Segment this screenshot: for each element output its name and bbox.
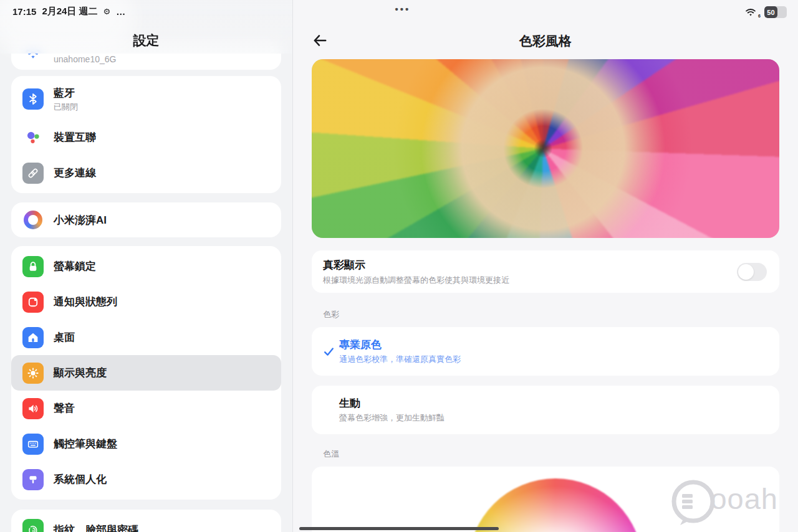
option-subtitle: 通過色彩校準，準確還原真實色彩 (339, 354, 767, 365)
check-icon (323, 346, 339, 358)
status-bar-left: 17:15 2月24日 週二 ⚙ … (12, 6, 126, 17)
true-tone-row: 真彩顯示 根據環境光源自動調整螢幕的色彩使其與環境更接近 (312, 250, 779, 293)
sidebar-item-label: 小米澎湃AI (54, 213, 107, 227)
sidebar-item-label: 藍牙 (54, 86, 78, 100)
sidebar-item-display-brightness[interactable]: 顯示與亮度 (11, 355, 281, 391)
wifi-status-icon (744, 7, 757, 17)
section-label-temperature: 色溫 (323, 449, 779, 460)
battery-indicator: 50 (764, 6, 787, 18)
color-option-professional[interactable]: 專業原色 通過色彩校準，準確還原真實色彩 (312, 327, 779, 376)
detail-header: 色彩風格 (293, 0, 798, 59)
sidebar-scroll-area[interactable]: unahome10_6G 藍牙 已關閉 (0, 0, 292, 532)
date-label: 2月24日 週二 (42, 6, 97, 17)
sidebar-item-label: 聲音 (54, 401, 75, 416)
sidebar-item-label: 更多連線 (54, 166, 96, 180)
settings-split-screen: unahome10_6G 藍牙 已關閉 (0, 0, 798, 532)
speaker-icon (22, 398, 44, 419)
sidebar-item-label: 觸控筆與鍵盤 (54, 437, 117, 451)
wifi-ssid-label: unahome10_6G (54, 54, 116, 66)
status-bar-right: 6 50 (744, 6, 787, 18)
sidebar-item-sound[interactable]: 聲音 (11, 391, 281, 426)
ai-card: 小米澎湃AI (11, 202, 281, 237)
home-icon (22, 327, 44, 348)
watermark: ooah (665, 477, 778, 530)
bluetooth-icon (22, 88, 44, 110)
true-tone-toggle[interactable] (737, 263, 767, 281)
sidebar-item-more-connections[interactable]: 更多連線 (11, 155, 281, 191)
true-tone-title: 真彩顯示 (323, 258, 737, 272)
interconnect-icon (22, 127, 44, 148)
option-title: 生動 (339, 396, 767, 411)
sidebar-item-lock-screen[interactable]: 螢幕鎖定 (11, 249, 281, 284)
true-tone-subtitle: 根據環境光源自動調整螢幕的色彩使其與環境更接近 (323, 275, 737, 286)
sidebar-item-label: 桌面 (54, 330, 75, 344)
lock-icon (22, 256, 44, 277)
sidebar-item-fingerprint-face-password[interactable]: 指紋、臉部與密碼 (11, 510, 281, 532)
page-title: 設定 (0, 32, 292, 49)
ai-swirl-icon (22, 209, 44, 230)
option-title: 專業原色 (339, 338, 767, 352)
sidebar-item-status: 已關閉 (54, 102, 78, 113)
color-pencils-hero-image (312, 59, 779, 238)
toggle-knob (738, 264, 754, 280)
sidebar-item-label: 螢幕鎖定 (54, 259, 96, 273)
color-option-vivid[interactable]: 生動 螢幕色彩增強，更加生動鮮豔 (312, 386, 779, 434)
sidebar-item-label: 系統個人化 (54, 472, 107, 487)
link-icon (22, 163, 44, 184)
sidebar-item-stylus-keyboard[interactable]: 觸控筆與鍵盤 (11, 426, 281, 462)
gear-icon: ⚙ (103, 7, 111, 16)
sidebar-item-label: 指紋、臉部與密碼 (54, 523, 138, 532)
connectivity-card: 藍牙 已關閉 裝置互聯 (11, 76, 281, 193)
color-style-panel: ••• 6 50 色彩風格 (293, 0, 798, 532)
brightness-icon (22, 363, 44, 384)
section-label-color: 色彩 (323, 309, 779, 320)
sidebar-item-interconnect[interactable]: 裝置互聯 (11, 120, 281, 155)
window-handle-icon[interactable]: ••• (385, 4, 420, 14)
keyboard-icon (22, 434, 44, 455)
sidebar-item-home-screen[interactable]: 桌面 (11, 320, 281, 355)
sidebar-item-bluetooth[interactable]: 藍牙 已關閉 (11, 78, 281, 120)
sidebar-item-hyperai[interactable]: 小米澎湃AI (11, 202, 281, 237)
fingerprint-icon (22, 519, 44, 532)
security-card: 指紋、臉部與密碼 (11, 510, 281, 532)
battery-percent: 50 (764, 6, 777, 18)
notification-icon (22, 292, 44, 313)
sidebar-item-label: 顯示與亮度 (54, 366, 107, 380)
sidebar-item-label: 通知與狀態列 (54, 295, 117, 309)
option-subtitle: 螢幕色彩增強，更加生動鮮豔 (339, 412, 767, 424)
color-temperature-wheel[interactable] (468, 478, 643, 532)
sidebar-item-notifications[interactable]: 通知與狀態列 (11, 284, 281, 320)
sidebar-item-label: 裝置互聯 (54, 130, 96, 145)
pencil-vignette (312, 59, 779, 238)
color-temperature-card: ooah (312, 467, 779, 532)
watermark-text: ooah (710, 482, 778, 516)
detail-title: 色彩風格 (293, 32, 798, 50)
home-gesture-bar[interactable] (299, 527, 499, 530)
overflow-dots-icon: … (116, 6, 126, 17)
clock: 17:15 (12, 6, 36, 17)
settings-sidebar: unahome10_6G 藍牙 已關閉 (0, 0, 293, 532)
wifi6-badge: 6 (758, 14, 761, 18)
sidebar-item-personalization[interactable]: 系統個人化 (11, 462, 281, 497)
system-card: 螢幕鎖定 通知與狀態列 (11, 246, 281, 500)
brush-icon (22, 469, 44, 490)
